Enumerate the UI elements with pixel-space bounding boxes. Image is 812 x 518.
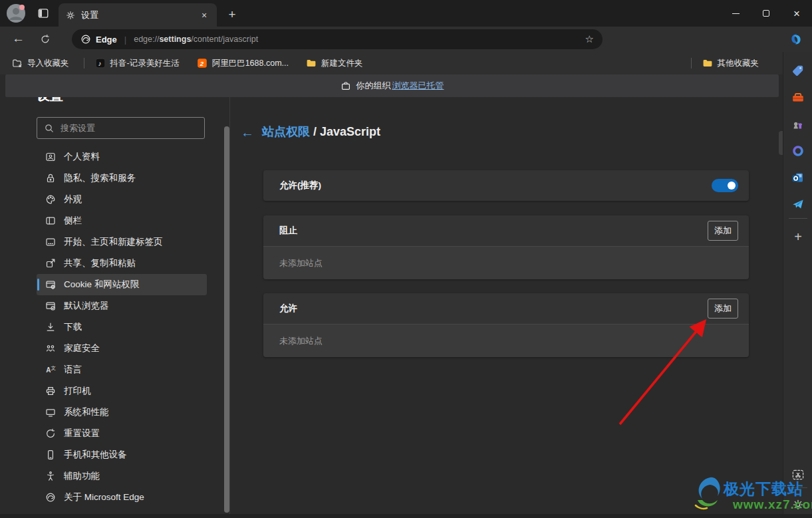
plus-icon: + [794, 229, 802, 245]
close-button[interactable]: × [781, 0, 812, 27]
phone-icon [45, 450, 56, 460]
sidebar-item-palette[interactable]: 外观 [37, 189, 207, 210]
sidebar-item-default-browser[interactable]: 默认浏览器 [37, 295, 207, 317]
settings-gear-icon [791, 498, 805, 511]
bookmark-other-favorites[interactable]: 其他收藏夹 [698, 56, 763, 71]
svg-text:文: 文 [51, 365, 56, 371]
home-tabs-icon [45, 237, 56, 247]
sidebar-item-cookie-permissions[interactable]: Cookie 和网站权限 [37, 274, 207, 295]
rail-divider [789, 218, 807, 219]
monitor-icon [45, 407, 56, 418]
sidebar-item-share[interactable]: 共享、复制和粘贴 [37, 253, 207, 274]
watermark-logo-icon [692, 475, 726, 513]
bookmark-item-0[interactable]: 导入收藏夹 [8, 56, 73, 71]
settings-search-box[interactable] [37, 117, 205, 139]
briefcase-icon [340, 80, 351, 91]
address-bar[interactable]: Edge | edge://settings/content/javascrip… [72, 29, 603, 49]
sidebar-item-label: 辅助功能 [64, 470, 100, 482]
selected-accent-bar [37, 279, 39, 291]
edge-logo-icon [80, 34, 91, 45]
bookmark-item-1[interactable]: ♪抖音-记录美好生活 [91, 56, 184, 71]
edge-sidebar-rail: + [783, 52, 812, 518]
rail-app-tag-button[interactable] [783, 60, 812, 81]
sidebar-item-printer[interactable]: 打印机 [37, 380, 207, 402]
sidebar-item-lock[interactable]: 隐私、搜索和服务 [37, 168, 207, 189]
rail-app-m365-button[interactable] [783, 140, 812, 162]
sidebar-item-download[interactable]: 下载 [37, 317, 207, 338]
sidebar-item-monitor[interactable]: 系统和性能 [37, 402, 207, 423]
breadcrumb-back-button[interactable]: ← [241, 125, 254, 140]
edge-logo-icon [45, 492, 56, 503]
allow-add-button[interactable]: 添加 [708, 299, 738, 319]
tab-title: 设置 [81, 9, 198, 21]
bookmarks-bar: 导入收藏夹♪抖音-记录美好生活2阿里巴巴1688.com...新建文件夹 其他收… [0, 52, 812, 74]
workspaces-icon[interactable] [35, 6, 52, 21]
settings-nav: 个人资料隐私、搜索和服务外观侧栏开始、主页和新建标签页共享、复制和粘贴Cooki… [37, 146, 207, 508]
scrollbar-thumb[interactable] [224, 126, 229, 513]
plane-icon [791, 197, 805, 211]
search-input[interactable] [61, 123, 198, 133]
banner-text: 你的组织 [356, 80, 391, 92]
window-controls: × [720, 0, 812, 27]
rail-tool-screenshot-button[interactable] [783, 464, 812, 485]
bookmarks-divider [691, 58, 692, 68]
chip-separator: | [124, 35, 126, 45]
sidebar-item-label: 开始、主页和新建标签页 [64, 236, 163, 248]
rail-app-plane-button[interactable] [783, 194, 812, 215]
sidebar-item-language[interactable]: A文语言 [37, 359, 207, 380]
sidebar-item-edge-logo[interactable]: 关于 Microsoft Edge [37, 487, 207, 508]
sidebar-item-label: Cookie 和网站权限 [64, 279, 139, 291]
folder-icon [702, 58, 713, 68]
share-icon [45, 258, 56, 269]
sidebar-item-layout-sidebar[interactable]: 侧栏 [37, 210, 207, 231]
minimize-button[interactable] [720, 0, 751, 27]
rail-app-toolbox-button[interactable] [783, 87, 812, 108]
workspaces-glyph-icon [37, 7, 49, 19]
tab-settings[interactable]: 设置 × [59, 3, 217, 27]
breadcrumb: 站点权限 / JavaScript [262, 124, 380, 140]
family-icon [45, 343, 56, 354]
managed-browser-link[interactable]: 浏览器已托管 [392, 80, 444, 92]
maximize-button[interactable] [751, 0, 781, 27]
palette-icon [45, 194, 56, 205]
rail-app-outlook-button[interactable] [783, 167, 812, 188]
sidebar-item-phone[interactable]: 手机和其他设备 [37, 444, 207, 465]
rail-app-games-button[interactable] [783, 114, 812, 135]
sidebar-item-home-tabs[interactable]: 开始、主页和新建标签页 [37, 231, 207, 253]
download-icon [45, 322, 56, 332]
window-bottom-edge [0, 514, 812, 518]
tab-close-icon[interactable]: × [198, 9, 210, 21]
sidebar-item-family[interactable]: 家庭安全 [37, 338, 207, 359]
layout-sidebar-icon [45, 215, 56, 226]
m365-icon [791, 144, 805, 158]
reset-icon [45, 428, 56, 439]
rail-tool-settings-gear-button[interactable] [783, 494, 812, 515]
breadcrumb-parent-link[interactable]: 站点权限 [262, 125, 310, 138]
refresh-button[interactable] [40, 34, 51, 45]
alibaba-icon: 2 [197, 58, 207, 68]
favorite-star-icon[interactable]: ☆ [585, 33, 594, 45]
back-button[interactable]: ← [12, 31, 25, 46]
sidebar-item-label: 关于 Microsoft Edge [64, 491, 144, 503]
allow-label: 允许 [279, 303, 708, 315]
folder-icon [306, 58, 317, 68]
url-text: edge://settings/content/javascript [134, 35, 585, 44]
block-add-button[interactable]: 添加 [708, 221, 738, 241]
sidebar-item-profile[interactable]: 个人资料 [37, 146, 207, 168]
javascript-toggle[interactable] [712, 179, 738, 192]
sidebar-item-reset[interactable]: 重置设置 [37, 423, 207, 444]
copilot-button[interactable] [789, 32, 803, 47]
bookmark-item-2[interactable]: 2阿里巴巴1688.com... [193, 56, 293, 71]
sidebar-item-label: 外观 [64, 194, 82, 205]
lock-icon [45, 173, 56, 184]
minimize-icon [732, 13, 740, 14]
profile-avatar[interactable] [6, 3, 26, 23]
sidebar-item-label: 手机和其他设备 [64, 449, 127, 461]
add-sidebar-app-button[interactable]: + [783, 226, 812, 247]
sidebar-item-accessibility[interactable]: 辅助功能 [37, 465, 207, 487]
new-tab-button[interactable]: + [223, 7, 241, 23]
bookmark-item-3[interactable]: 新建文件夹 [302, 56, 367, 71]
printer-icon [45, 386, 56, 396]
sidebar-item-label: 家庭安全 [64, 342, 100, 354]
sidebar-item-label: 语言 [64, 364, 82, 376]
